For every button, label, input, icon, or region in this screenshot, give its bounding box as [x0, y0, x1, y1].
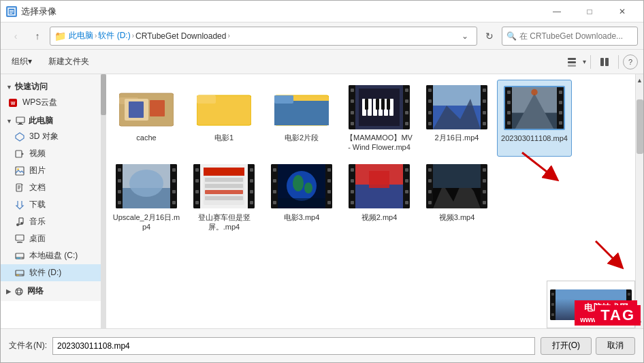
view-dropdown[interactable]: ▾	[583, 58, 586, 65]
sidebar-item-local-c[interactable]: 本地磁盘 (C:)	[1, 247, 106, 264]
film-hole	[507, 101, 511, 104]
search-bar[interactable]: 🔍	[502, 27, 638, 46]
pc-icon	[15, 116, 26, 127]
sidebar-item-video[interactable]: 视频	[1, 145, 106, 162]
svg-rect-73	[433, 85, 481, 106]
title-bar-left: 选择录像	[6, 5, 57, 18]
video-label: 视频	[29, 148, 46, 159]
window-title: 选择录像	[21, 5, 57, 18]
svg-rect-96	[369, 171, 389, 188]
search-input[interactable]	[519, 31, 633, 41]
network-header[interactable]: ▶ 网络	[1, 281, 106, 298]
film-strip-right	[403, 85, 410, 129]
address-bar[interactable]: 📁 此电脑 › 软件 (D:) › CRTubeGet Downloaded ›…	[50, 27, 477, 46]
refresh-button[interactable]: ↻	[480, 27, 499, 46]
sidebar-item-3d[interactable]: 3D 对象	[1, 128, 106, 145]
organize-button[interactable]: 组织▾	[6, 53, 37, 70]
file-item-movie1[interactable]: 电影1	[187, 80, 261, 157]
file-item-mamamoo[interactable]: 【MAMAMOO】MV- Wind Flower.mp4	[342, 80, 417, 157]
breadcrumb-sep1: ›	[95, 32, 97, 40]
scrollbar-track[interactable]	[636, 86, 644, 317]
back-button[interactable]: ‹	[6, 27, 25, 46]
svg-point-40	[22, 274, 23, 276]
title-bar: 选择录像 — □ ✕	[1, 1, 643, 22]
breadcrumb-drive[interactable]: 软件 (D:)	[98, 30, 130, 42]
film-strip-right5	[248, 164, 255, 208]
video-thumb-vid2	[349, 164, 410, 208]
quick-access-header[interactable]: ▼ 快速访问	[1, 77, 106, 94]
video-content-main	[512, 87, 557, 129]
view-controls: ▾ ?	[562, 52, 638, 72]
svg-rect-11	[16, 117, 25, 123]
file-label-movie1: 电影1	[214, 133, 234, 142]
scrollbar-thumb[interactable]	[637, 99, 643, 154]
file-icon-upscale	[116, 163, 177, 210]
video-thumb-climb	[193, 164, 255, 208]
film-strip-left8	[426, 164, 433, 208]
film-hole	[483, 122, 486, 125]
film-hole	[405, 111, 408, 114]
sidebar-item-desktop[interactable]: 桌面	[1, 230, 106, 247]
film-hole	[428, 179, 432, 183]
cancel-button[interactable]: 取消	[596, 337, 635, 355]
file-item-vid2[interactable]: 视频2.mp4	[342, 159, 417, 236]
sidebar-item-picture[interactable]: 图片	[1, 162, 106, 179]
scrollbar-up[interactable]: ▲	[636, 74, 644, 86]
file-item-vid3[interactable]: 视频3.mp4	[419, 159, 494, 236]
film-hole	[428, 168, 432, 172]
file-item-main-selected[interactable]: 202303011108.mp4	[497, 80, 572, 157]
this-pc-header[interactable]: ▼ 此电脑	[1, 111, 106, 128]
file-item-upscale[interactable]: Upscale_2月16日.mp4	[109, 159, 184, 236]
dropdown-button[interactable]: ⌄	[457, 29, 472, 44]
film-hole	[405, 168, 408, 172]
filename-input[interactable]	[52, 337, 535, 355]
sidebar-item-document[interactable]: 文档	[1, 179, 106, 196]
svg-rect-5	[568, 61, 576, 63]
video-thumb-vid3	[426, 164, 487, 208]
sidebar-item-music[interactable]: 音乐	[1, 213, 106, 230]
film-hole	[559, 101, 562, 104]
minimize-button[interactable]: —	[541, 1, 573, 22]
up-button[interactable]: ↑	[28, 27, 47, 46]
file-label-feb16: 2月16日.mp4	[435, 133, 479, 142]
film-hole	[507, 91, 511, 94]
film-strip-right4	[170, 164, 177, 208]
film-strip-left5	[193, 164, 200, 208]
new-folder-button[interactable]: 新建文件夹	[43, 53, 95, 70]
pane-button[interactable]	[595, 52, 614, 72]
sidebar-item-software-d[interactable]: 软件 (D:)	[1, 264, 106, 281]
file-label-upscale: Upscale_2月16日.mp4	[112, 212, 180, 232]
breadcrumb-pc[interactable]: 此电脑	[69, 30, 93, 42]
file-item-feb16[interactable]: 2月16日.mp4	[419, 80, 494, 157]
desktop-icon	[14, 234, 25, 244]
film-hole	[273, 179, 276, 183]
music-label: 音乐	[29, 216, 46, 227]
film-hole	[273, 201, 276, 204]
film-hole	[351, 111, 354, 114]
download-icon	[14, 200, 25, 210]
file-item-movie3[interactable]: 电影3.mp4	[264, 159, 339, 236]
quick-access-label: 快速访问	[15, 81, 48, 93]
file-item-movie2[interactable]: 电影2片段	[264, 80, 339, 157]
file-item-cache[interactable]: cache	[109, 80, 184, 157]
close-button[interactable]: ✕	[607, 1, 638, 22]
document-label: 文档	[29, 182, 46, 193]
film-hole	[428, 111, 432, 114]
open-button[interactable]: 打开(O)	[541, 337, 592, 355]
scrollbar-down[interactable]: ▼	[636, 317, 644, 328]
second-toolbar: 组织▾ 新建文件夹 ▾ ?	[1, 50, 643, 74]
sidebar-item-download[interactable]: 下载	[1, 196, 106, 213]
file-scrollbar[interactable]: ▲ ▼	[635, 74, 643, 328]
help-button[interactable]: ?	[623, 54, 638, 69]
local-c-label: 本地磁盘 (C:)	[29, 250, 78, 262]
maximize-button[interactable]: □	[574, 1, 605, 22]
window-icon	[6, 6, 17, 17]
film-hole	[483, 168, 486, 172]
film-hole	[172, 190, 176, 193]
toolbar-divider	[590, 55, 591, 69]
list-view-button[interactable]	[562, 52, 581, 72]
file-area: cache 电影1	[106, 74, 643, 328]
file-item-climb[interactable]: 登山赛车但是竖屏。.mp4	[187, 159, 261, 236]
video-thumb-movie3	[271, 164, 332, 208]
sidebar-item-wps[interactable]: W WPS云盘	[1, 94, 106, 111]
